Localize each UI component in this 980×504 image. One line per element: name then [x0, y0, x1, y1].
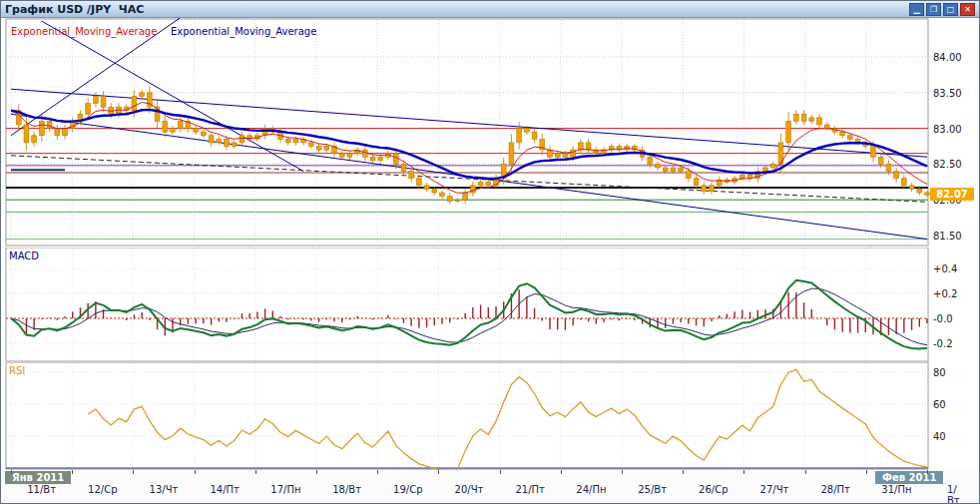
date-label: 26/Ср [699, 484, 728, 495]
axis-tick-label: 84.00 [933, 52, 962, 63]
macd-label: MACD [9, 251, 39, 261]
rsi-label: RSI [9, 365, 25, 376]
date-label: 18/Вт [332, 484, 361, 495]
date-axis: Янв 2011 Фев 2011 11/Вт12/Ср13/Чт14/Пт17… [1, 470, 979, 503]
date-tick [622, 470, 623, 474]
minimize-button[interactable]: ▁ [909, 3, 924, 16]
date-label: 13/Чт [150, 484, 179, 495]
axis-tick-label: -0.2 [933, 338, 953, 349]
date-label: 11/Вт [27, 484, 56, 495]
date-label: 12/Ср [88, 484, 117, 495]
date-label: 20/Чт [455, 484, 484, 495]
date-tick [72, 470, 73, 474]
axis-tick-label: 81.50 [933, 231, 962, 242]
axis-tick-label: 83.50 [933, 88, 962, 99]
axis-tick-label: -0.0 [933, 313, 953, 324]
axis-tick-label: +0.4 [933, 263, 957, 274]
date-tick [743, 470, 744, 474]
month-badge-feb: Фев 2011 [875, 471, 943, 484]
date-label: 28/Пт [820, 484, 849, 495]
axis-tick-label: 83.00 [933, 124, 962, 135]
date-tick [438, 470, 439, 474]
date-tick [927, 470, 928, 474]
axis-tick-label: 80 [933, 367, 946, 378]
date-label: 14/Пт [210, 484, 239, 495]
date-tick [133, 470, 134, 474]
date-tick [683, 470, 684, 474]
chart-window: График USD /JPY ЧАС ▁❐□✕ 84.0083.5083.00… [0, 0, 980, 504]
close-button[interactable]: ✕ [960, 3, 975, 16]
month-badge-jan: Янв 2011 [5, 471, 71, 484]
ema-red-label: Exponential_Moving_Average [11, 26, 157, 37]
date-label: 21/Пт [515, 484, 544, 495]
date-label: 1/Вт [947, 484, 968, 504]
title-bar: График USD /JPY ЧАС ▁❐□✕ [1, 1, 979, 18]
date-tick [500, 470, 501, 474]
axis-tick-label: 82.50 [933, 159, 962, 170]
ema-blue-label: Exponential_Moving_Average [171, 26, 316, 37]
maximize-button[interactable]: □ [943, 3, 958, 16]
date-label: 24/Пн [576, 484, 606, 495]
date-tick [805, 470, 806, 474]
last-price-badge: 82.07 [930, 188, 974, 201]
date-label: 19/Ср [393, 484, 422, 495]
date-tick [255, 470, 256, 474]
window-title: График USD /JPY ЧАС [5, 3, 144, 16]
date-tick [195, 470, 196, 474]
date-tick [561, 470, 562, 474]
axis-tick-label: 40 [933, 431, 946, 442]
price-chart-canvas[interactable]: 84.0083.5083.0082.5082.0081.50 [1, 18, 979, 248]
macd-chart-canvas[interactable]: +0.4+0.2-0.0-0.2 [1, 248, 979, 362]
date-label: 27/Чт [760, 484, 789, 495]
axis-tick-label: +0.2 [933, 288, 957, 299]
date-tick [316, 470, 317, 474]
date-tick [11, 470, 12, 474]
date-tick [377, 470, 378, 474]
rsi-chart-canvas[interactable]: 806040 [1, 362, 979, 470]
restore-button[interactable]: ❐ [926, 3, 941, 16]
date-tick [866, 470, 867, 474]
date-label: 17/Пн [270, 484, 300, 495]
date-label: 25/Вт [638, 484, 667, 495]
window-controls: ▁❐□✕ [909, 3, 975, 16]
axis-tick-label: 60 [933, 399, 946, 410]
date-label: 31/Пн [881, 484, 911, 495]
